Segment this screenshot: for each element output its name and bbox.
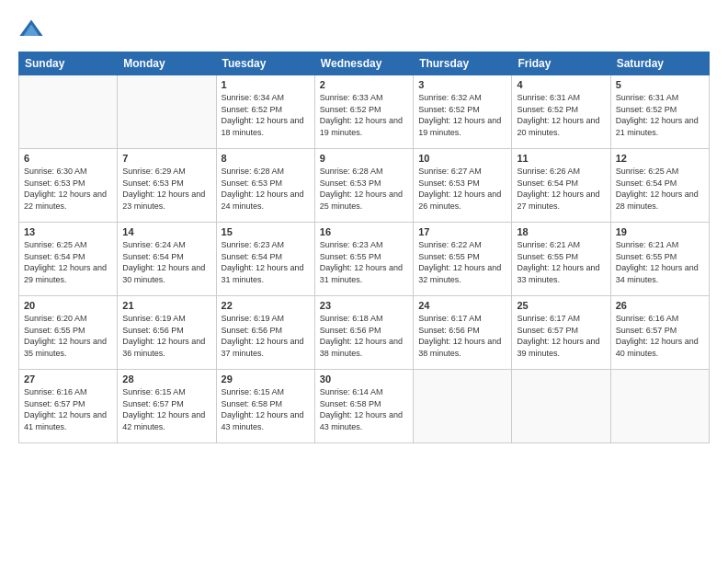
calendar-cell: 29Sunrise: 6:15 AM Sunset: 6:58 PM Dayli… [216, 370, 314, 443]
day-number: 8 [222, 153, 310, 164]
calendar-cell: 3Sunrise: 6:32 AM Sunset: 6:52 PM Daylig… [414, 75, 512, 149]
calendar-cell: 20Sunrise: 6:20 AM Sunset: 6:55 PM Dayli… [19, 296, 118, 370]
day-info: Sunrise: 6:31 AM Sunset: 6:52 PM Dayligh… [517, 92, 605, 138]
day-info: Sunrise: 6:32 AM Sunset: 6:52 PM Dayligh… [418, 92, 506, 138]
day-number: 30 [320, 373, 408, 385]
day-header: Saturday [610, 52, 709, 75]
day-number: 6 [24, 153, 112, 164]
calendar-cell [118, 75, 216, 149]
day-header: Wednesday [314, 52, 413, 75]
calendar-cell: 23Sunrise: 6:18 AM Sunset: 6:56 PM Dayli… [314, 296, 413, 370]
day-info: Sunrise: 6:18 AM Sunset: 6:56 PM Dayligh… [320, 313, 408, 359]
header [18, 17, 710, 42]
day-info: Sunrise: 6:30 AM Sunset: 6:53 PM Dayligh… [24, 166, 112, 212]
day-number: 17 [418, 226, 506, 237]
day-info: Sunrise: 6:15 AM Sunset: 6:57 PM Dayligh… [122, 386, 210, 432]
calendar-cell: 2Sunrise: 6:33 AM Sunset: 6:52 PM Daylig… [314, 75, 413, 149]
day-info: Sunrise: 6:20 AM Sunset: 6:55 PM Dayligh… [24, 313, 112, 359]
calendar-cell: 24Sunrise: 6:17 AM Sunset: 6:56 PM Dayli… [414, 296, 512, 370]
day-number: 28 [122, 373, 210, 385]
day-header: Friday [512, 52, 610, 75]
day-number: 2 [320, 79, 408, 90]
day-header: Thursday [414, 52, 512, 75]
calendar-cell: 17Sunrise: 6:22 AM Sunset: 6:55 PM Dayli… [414, 223, 512, 296]
day-number: 21 [122, 300, 210, 311]
day-info: Sunrise: 6:19 AM Sunset: 6:56 PM Dayligh… [222, 313, 310, 359]
calendar-cell: 6Sunrise: 6:30 AM Sunset: 6:53 PM Daylig… [19, 149, 118, 223]
calendar-cell [512, 370, 610, 443]
day-header: Monday [118, 52, 216, 75]
day-number: 24 [418, 300, 506, 311]
day-number: 25 [517, 300, 605, 311]
week-row: 20Sunrise: 6:20 AM Sunset: 6:55 PM Dayli… [19, 296, 710, 370]
day-number: 22 [222, 300, 310, 311]
day-header: Sunday [19, 52, 118, 75]
day-info: Sunrise: 6:14 AM Sunset: 6:58 PM Dayligh… [320, 386, 408, 432]
day-info: Sunrise: 6:33 AM Sunset: 6:52 PM Dayligh… [320, 92, 408, 138]
day-info: Sunrise: 6:34 AM Sunset: 6:52 PM Dayligh… [222, 92, 310, 138]
calendar-cell: 25Sunrise: 6:17 AM Sunset: 6:57 PM Dayli… [512, 296, 610, 370]
calendar-cell: 27Sunrise: 6:16 AM Sunset: 6:57 PM Dayli… [19, 370, 118, 443]
day-number: 26 [616, 300, 704, 311]
day-info: Sunrise: 6:26 AM Sunset: 6:54 PM Dayligh… [517, 166, 605, 212]
calendar-cell: 5Sunrise: 6:31 AM Sunset: 6:52 PM Daylig… [610, 75, 709, 149]
day-number: 5 [616, 79, 704, 90]
day-info: Sunrise: 6:29 AM Sunset: 6:53 PM Dayligh… [122, 166, 210, 212]
day-number: 23 [320, 300, 408, 311]
calendar-cell: 10Sunrise: 6:27 AM Sunset: 6:53 PM Dayli… [414, 149, 512, 223]
calendar-cell: 1Sunrise: 6:34 AM Sunset: 6:52 PM Daylig… [216, 75, 314, 149]
calendar-cell: 7Sunrise: 6:29 AM Sunset: 6:53 PM Daylig… [118, 149, 216, 223]
calendar-cell: 18Sunrise: 6:21 AM Sunset: 6:55 PM Dayli… [512, 223, 610, 296]
day-number: 19 [616, 226, 704, 237]
calendar-cell: 4Sunrise: 6:31 AM Sunset: 6:52 PM Daylig… [512, 75, 610, 149]
header-row: SundayMondayTuesdayWednesdayThursdayFrid… [19, 52, 710, 75]
day-number: 18 [517, 226, 605, 237]
calendar-cell [19, 75, 118, 149]
day-number: 15 [222, 226, 310, 237]
calendar-cell: 16Sunrise: 6:23 AM Sunset: 6:55 PM Dayli… [314, 223, 413, 296]
day-info: Sunrise: 6:28 AM Sunset: 6:53 PM Dayligh… [222, 166, 310, 212]
week-row: 13Sunrise: 6:25 AM Sunset: 6:54 PM Dayli… [19, 223, 710, 296]
calendar-cell: 30Sunrise: 6:14 AM Sunset: 6:58 PM Dayli… [314, 370, 413, 443]
day-number: 16 [320, 226, 408, 237]
day-header: Tuesday [216, 52, 314, 75]
page: SundayMondayTuesdayWednesdayThursdayFrid… [0, 0, 728, 563]
day-info: Sunrise: 6:23 AM Sunset: 6:54 PM Dayligh… [222, 239, 310, 285]
calendar-cell: 28Sunrise: 6:15 AM Sunset: 6:57 PM Dayli… [118, 370, 216, 443]
day-number: 27 [24, 373, 112, 385]
day-info: Sunrise: 6:16 AM Sunset: 6:57 PM Dayligh… [24, 386, 112, 432]
day-number: 29 [222, 373, 310, 385]
calendar-cell: 14Sunrise: 6:24 AM Sunset: 6:54 PM Dayli… [118, 223, 216, 296]
day-info: Sunrise: 6:19 AM Sunset: 6:56 PM Dayligh… [122, 313, 210, 359]
calendar-cell: 21Sunrise: 6:19 AM Sunset: 6:56 PM Dayli… [118, 296, 216, 370]
day-number: 14 [122, 226, 210, 237]
calendar-table: SundayMondayTuesdayWednesdayThursdayFrid… [18, 52, 710, 443]
day-info: Sunrise: 6:31 AM Sunset: 6:52 PM Dayligh… [616, 92, 704, 138]
calendar-cell: 12Sunrise: 6:25 AM Sunset: 6:54 PM Dayli… [610, 149, 709, 223]
calendar-cell: 19Sunrise: 6:21 AM Sunset: 6:55 PM Dayli… [610, 223, 709, 296]
calendar-cell: 11Sunrise: 6:26 AM Sunset: 6:54 PM Dayli… [512, 149, 610, 223]
logo-icon [18, 17, 44, 42]
day-info: Sunrise: 6:16 AM Sunset: 6:57 PM Dayligh… [616, 313, 704, 359]
day-number: 4 [517, 79, 605, 90]
day-number: 20 [24, 300, 112, 311]
day-info: Sunrise: 6:21 AM Sunset: 6:55 PM Dayligh… [517, 239, 605, 285]
day-number: 11 [517, 153, 605, 164]
day-number: 9 [320, 153, 408, 164]
calendar-cell: 9Sunrise: 6:28 AM Sunset: 6:53 PM Daylig… [314, 149, 413, 223]
day-info: Sunrise: 6:27 AM Sunset: 6:53 PM Dayligh… [418, 166, 506, 212]
day-info: Sunrise: 6:17 AM Sunset: 6:56 PM Dayligh… [418, 313, 506, 359]
calendar-cell: 8Sunrise: 6:28 AM Sunset: 6:53 PM Daylig… [216, 149, 314, 223]
day-number: 12 [616, 153, 704, 164]
calendar-cell [610, 370, 709, 443]
calendar-cell: 22Sunrise: 6:19 AM Sunset: 6:56 PM Dayli… [216, 296, 314, 370]
day-info: Sunrise: 6:24 AM Sunset: 6:54 PM Dayligh… [122, 239, 210, 285]
calendar-cell: 26Sunrise: 6:16 AM Sunset: 6:57 PM Dayli… [610, 296, 709, 370]
day-info: Sunrise: 6:17 AM Sunset: 6:57 PM Dayligh… [517, 313, 605, 359]
day-number: 13 [24, 226, 112, 237]
day-info: Sunrise: 6:15 AM Sunset: 6:58 PM Dayligh… [222, 386, 310, 432]
day-info: Sunrise: 6:23 AM Sunset: 6:55 PM Dayligh… [320, 239, 408, 285]
calendar-cell [414, 370, 512, 443]
day-info: Sunrise: 6:21 AM Sunset: 6:55 PM Dayligh… [616, 239, 704, 285]
day-info: Sunrise: 6:25 AM Sunset: 6:54 PM Dayligh… [616, 166, 704, 212]
